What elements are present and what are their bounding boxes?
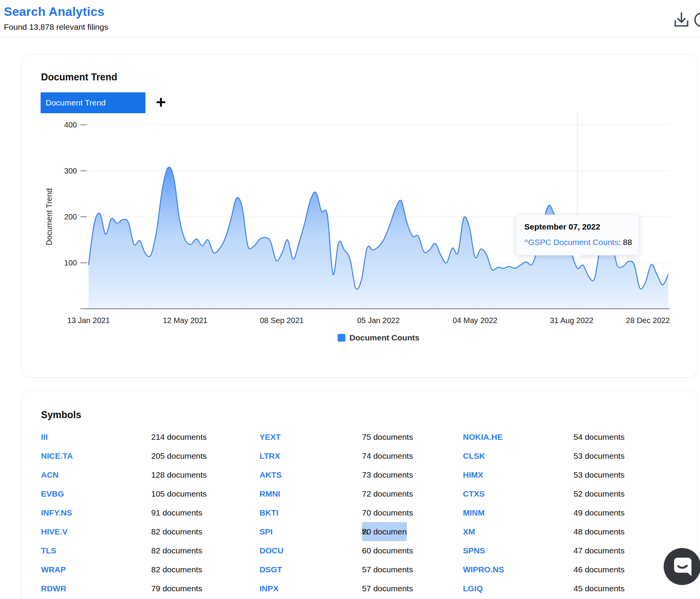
symbol-link[interactable]: BKTI	[260, 503, 278, 522]
document-count: 73 documents	[362, 465, 413, 484]
legend-swatch-icon	[338, 334, 345, 342]
document-count: 74 documents	[362, 446, 413, 465]
symbol-link[interactable]: RDWR	[41, 579, 66, 598]
x-axis-tick-label: 05 Jan 2022	[357, 316, 400, 325]
symbol-link[interactable]: SPI	[260, 522, 273, 541]
symbol-link[interactable]: LGIQ	[463, 579, 483, 598]
document-count: 105 documents	[151, 484, 207, 503]
symbol-link[interactable]: EVBG	[41, 484, 64, 503]
page-header: Search Analytics Found 13,878 relevant f…	[0, 0, 700, 37]
y-axis-tick-label: 100	[64, 259, 77, 267]
text-selection-highlight: 70 documen	[362, 522, 407, 541]
page-title: Search Analytics	[4, 5, 104, 19]
chat-bubble-icon	[664, 580, 700, 586]
symbol-link[interactable]: WIPRO.NS	[463, 560, 504, 579]
table-row: INFY.NS91 documentsBKTI70 documentsMINM4…	[41, 503, 683, 522]
legend-label: Document Counts	[350, 333, 420, 342]
document-count-rest: ts	[362, 522, 368, 541]
x-axis-tick-label: 04 May 2022	[453, 316, 498, 325]
symbol-link[interactable]: CTXS	[463, 484, 485, 503]
document-count: 47 documents	[574, 541, 625, 560]
table-row: RDWR79 documentsINPX57 documentsLGIQ45 d…	[41, 579, 683, 598]
chat-button[interactable]	[664, 548, 700, 585]
download-icon	[672, 24, 691, 30]
document-count: 53 documents	[574, 446, 625, 465]
document-count: 70 documents	[362, 503, 413, 522]
x-axis-tick-label: 12 May 2021	[163, 316, 208, 325]
symbol-link[interactable]: INFY.NS	[41, 503, 72, 522]
symbol-link[interactable]: TLS	[41, 541, 56, 560]
y-axis-title: Document Trend	[45, 188, 53, 245]
symbol-link[interactable]: YEXT	[260, 427, 281, 446]
tooltip-value-row: ^GSPC Document Counts: 88	[524, 238, 639, 247]
y-axis-tick-label: 200	[64, 213, 77, 221]
document-count: 52 documents	[574, 484, 625, 503]
symbol-link[interactable]: DOCU	[260, 541, 283, 560]
symbol-link[interactable]: HIMX	[463, 465, 483, 484]
symbol-link[interactable]: MINM	[463, 503, 485, 522]
symbol-link[interactable]: NOKIA.HE	[463, 427, 503, 446]
x-axis-tick-label: 08 Sep 2021	[260, 316, 304, 325]
clock-button[interactable]	[692, 12, 700, 30]
document-count: 72 documents	[362, 484, 413, 503]
document-count: 205 documents	[151, 446, 207, 465]
table-row: WRAP82 documentsDSGT57 documentsWIPRO.NS…	[41, 560, 683, 579]
symbol-link[interactable]: RMNI	[260, 484, 280, 503]
table-row: TLS82 documentsDOCU60 documentsSPNS47 do…	[41, 541, 683, 560]
document-count: 82 documents	[151, 541, 202, 560]
symbol-link[interactable]: III	[41, 427, 48, 446]
document-count: 82 documents	[151, 560, 202, 579]
document-count: 128 documents	[151, 465, 207, 484]
x-axis-tick-label: 31 Aug 2022	[550, 316, 593, 325]
y-axis-tick-label: 300	[64, 167, 77, 175]
symbol-link[interactable]: CLSK	[463, 446, 485, 465]
tooltip-date: September 07, 2022	[524, 222, 639, 231]
tooltip-separator: :	[618, 238, 623, 247]
download-button[interactable]	[672, 10, 691, 30]
symbol-link[interactable]: LTRX	[260, 446, 280, 465]
document-trend-card: Document Trend Document Trend + 10020030…	[21, 54, 698, 378]
symbol-link[interactable]: ACN	[41, 465, 59, 484]
symbol-link[interactable]: NICE.TA	[41, 446, 73, 465]
symbols-title: Symbols	[41, 409, 81, 420]
tooltip-value: 88	[623, 238, 632, 247]
clock-icon	[692, 24, 700, 30]
symbols-rows: III214 documentsYEXT75 documentsNOKIA.HE…	[41, 427, 683, 598]
x-axis-tick-label: 13 Jan 2021	[67, 316, 110, 325]
document-count: 53 documents	[574, 465, 625, 484]
symbol-link[interactable]: WRAP	[41, 560, 66, 579]
document-count: 91 documents	[151, 503, 202, 522]
document-count: 57 documents	[362, 579, 413, 598]
table-row: ACN128 documentsAKTS73 documentsHIMX53 d…	[41, 465, 683, 484]
chart-legend[interactable]: Document Counts	[89, 333, 668, 342]
document-count: 49 documents	[574, 503, 625, 522]
symbol-link[interactable]: SPNS	[463, 541, 485, 560]
chart-tooltip: September 07, 2022 ^GSPC Document Counts…	[516, 214, 639, 255]
symbols-card: Symbols III214 documentsYEXT75 documents…	[21, 390, 698, 599]
document-count: 46 documents	[574, 560, 625, 579]
table-row: HIVE.V82 documentsSPI70 documentsXM48 do…	[41, 522, 683, 541]
document-count: 82 documents	[151, 522, 202, 541]
tooltip-series-label: ^GSPC Document Counts	[524, 238, 618, 247]
symbol-link[interactable]: XM	[463, 522, 475, 541]
y-axis-tick-label: 400	[64, 121, 77, 129]
symbol-link[interactable]: DSGT	[260, 560, 282, 579]
document-count: 48 documents	[574, 522, 625, 541]
result-count-text: Found 13,878 relevant filings	[4, 22, 108, 32]
document-count: 45 documents	[574, 579, 625, 598]
document-count: 54 documents	[574, 427, 625, 446]
document-count: 79 documents	[151, 579, 202, 598]
x-axis-tick-label: 28 Dec 2022	[626, 316, 670, 325]
symbol-link[interactable]: INPX	[260, 579, 278, 598]
table-row: NICE.TA205 documentsLTRX74 documentsCLSK…	[41, 446, 683, 465]
document-count: 57 documents	[362, 560, 413, 579]
table-row: III214 documentsYEXT75 documentsNOKIA.HE…	[41, 427, 683, 446]
document-count: 75 documents	[362, 427, 413, 446]
symbol-link[interactable]: HIVE.V	[41, 522, 68, 541]
document-count: 214 documents	[151, 427, 207, 446]
symbol-link[interactable]: AKTS	[260, 465, 282, 484]
table-row: EVBG105 documentsRMNI72 documentsCTXS52 …	[41, 484, 683, 503]
document-count: 60 documents	[362, 541, 413, 560]
